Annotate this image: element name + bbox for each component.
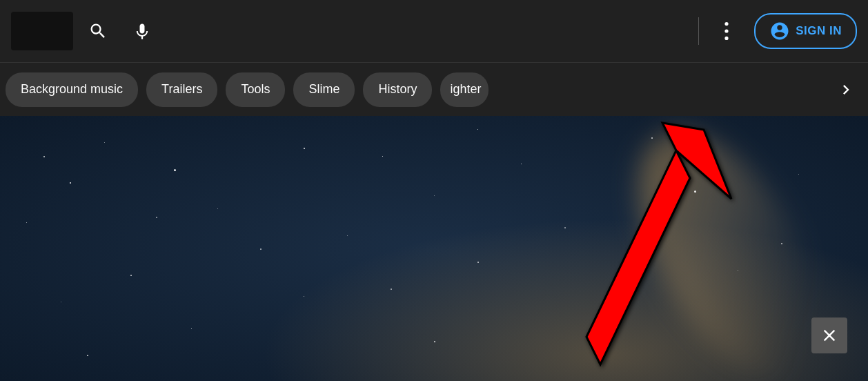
svg-point-1 xyxy=(725,29,729,32)
more-options-button[interactable] xyxy=(707,12,746,50)
chip-highlighter[interactable]: ighter xyxy=(440,72,489,107)
chips-bar: Background music Trailers Tools Slime Hi… xyxy=(0,62,868,116)
stars xyxy=(0,116,868,381)
chip-slime[interactable]: Slime xyxy=(293,72,355,107)
chip-history[interactable]: History xyxy=(363,72,432,107)
account-circle-icon xyxy=(769,21,790,41)
youtube-logo xyxy=(11,12,73,50)
close-button[interactable] xyxy=(811,318,847,353)
close-icon xyxy=(820,326,839,345)
chip-tools[interactable]: Tools xyxy=(226,72,285,107)
sign-in-button[interactable]: SIGN IN xyxy=(754,13,857,49)
svg-point-0 xyxy=(725,22,729,26)
chevron-right-icon xyxy=(836,80,856,99)
chip-background-music[interactable]: Background music xyxy=(6,72,138,107)
voice-search-button[interactable] xyxy=(123,12,161,50)
chip-trailers[interactable]: Trailers xyxy=(146,72,217,107)
navbar-divider xyxy=(698,17,699,45)
more-vertical-icon xyxy=(724,22,729,40)
navbar-right: SIGN IN xyxy=(698,12,857,50)
search-button[interactable] xyxy=(79,12,117,50)
chips-scroll-right-button[interactable] xyxy=(829,73,862,106)
navbar: SIGN IN xyxy=(0,0,868,62)
search-icon xyxy=(88,21,108,41)
main-content xyxy=(0,116,868,381)
navbar-left xyxy=(11,12,161,50)
sign-in-label: SIGN IN xyxy=(796,24,842,38)
microphone-icon xyxy=(132,21,152,41)
svg-point-2 xyxy=(725,37,729,40)
